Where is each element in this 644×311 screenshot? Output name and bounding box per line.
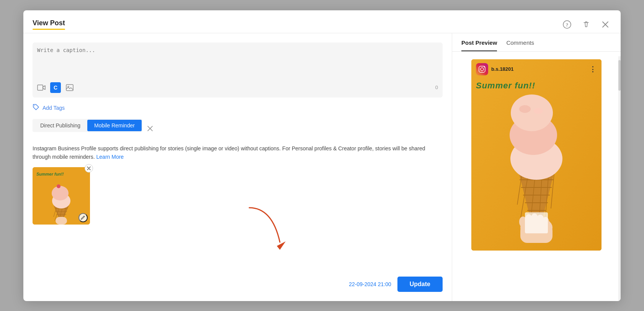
svg-marker-21 — [277, 241, 286, 250]
publishing-close-icon — [147, 125, 153, 132]
svg-point-19 — [57, 184, 60, 188]
preview-title-overlay: Summer fun!! — [476, 81, 535, 91]
publishing-tabs-row: Direct Publishing Mobile Reminder — [33, 119, 443, 138]
modal: View Post ? — [23, 10, 621, 301]
svg-point-18 — [52, 186, 69, 200]
svg-point-25 — [484, 66, 485, 67]
svg-text:Summer fun!!: Summer fun!! — [36, 172, 64, 176]
modal-title-area: View Post — [33, 19, 65, 30]
image-thumbnails: Summer fun!! — [33, 167, 443, 225]
canva-button[interactable]: C — [50, 82, 61, 93]
right-panel: Post Preview Comments — [452, 33, 621, 301]
left-footer: 22-09-2024 21:00 Update — [33, 272, 443, 292]
char-count: 0 — [435, 85, 438, 90]
svg-point-46 — [534, 108, 543, 114]
post-date: 22-09-2024 21:00 — [349, 281, 391, 287]
publishing-close-button[interactable] — [147, 125, 153, 132]
right-panel-scrollbar[interactable] — [618, 56, 621, 301]
modal-overlay: View Post ? — [0, 0, 644, 311]
add-tags-row[interactable]: Add Tags — [33, 104, 443, 112]
add-tags-label[interactable]: Add Tags — [42, 105, 65, 111]
right-panel-tabs: Post Preview Comments — [452, 33, 621, 52]
svg-rect-20 — [56, 217, 67, 225]
modal-title: View Post — [33, 19, 65, 27]
svg-text:?: ? — [566, 22, 569, 28]
left-panel: C 0 — [23, 33, 452, 301]
modal-title-underline — [33, 29, 65, 30]
text-area-content[interactable] — [37, 47, 438, 79]
svg-point-44 — [511, 94, 553, 131]
svg-rect-2 — [38, 85, 43, 90]
remove-icon — [87, 166, 91, 170]
image-icon[interactable] — [65, 84, 74, 91]
svg-point-5 — [34, 105, 35, 106]
instagram-icon — [476, 63, 488, 75]
help-button[interactable]: ? — [561, 18, 573, 31]
video-icon[interactable] — [37, 84, 46, 91]
modal-body: C 0 — [23, 33, 621, 301]
toolbar-icons: C — [37, 82, 74, 93]
learn-more-link[interactable]: Learn More — [96, 154, 124, 160]
text-area-toolbar: C 0 — [37, 82, 438, 93]
modal-header: View Post ? — [23, 10, 621, 33]
preview-avatar — [476, 63, 488, 75]
svg-point-45 — [519, 105, 531, 113]
tab-post-preview[interactable]: Post Preview — [461, 39, 497, 51]
info-text: Instagram Business Profile supports dire… — [33, 144, 443, 161]
help-icon: ? — [563, 20, 571, 29]
svg-rect-22 — [476, 63, 488, 75]
mobile-reminder-tab[interactable]: Mobile Reminder — [87, 120, 142, 131]
preview-more-icon: ⋮ — [589, 65, 597, 73]
right-panel-content: b.s.18201 ⋮ Summer fun!! — [452, 52, 621, 301]
header-actions: ? — [561, 18, 611, 31]
preview-card: b.s.18201 ⋮ Summer fun!! — [471, 59, 602, 251]
post-textarea[interactable] — [37, 47, 438, 78]
thumbnail-remove-button[interactable] — [85, 164, 93, 173]
scrollbar-thumb — [618, 60, 621, 91]
delete-button[interactable] — [580, 18, 592, 31]
close-icon — [602, 21, 609, 28]
svg-point-4 — [68, 86, 69, 87]
svg-rect-3 — [66, 85, 73, 91]
svg-rect-54 — [525, 212, 548, 233]
thumbnail-wrapper: Summer fun!! — [33, 167, 90, 225]
publishing-tabs: Direct Publishing Mobile Reminder — [33, 119, 142, 132]
preview-username: b.s.18201 — [491, 66, 514, 72]
text-area-section: C 0 — [33, 42, 443, 98]
preview-card-header: b.s.18201 ⋮ — [471, 59, 602, 79]
info-main-text: Instagram Business Profile supports dire… — [33, 145, 425, 160]
direct-publishing-tab[interactable]: Direct Publishing — [33, 120, 87, 131]
update-button[interactable]: Update — [397, 277, 443, 292]
close-button[interactable] — [599, 18, 611, 31]
tag-icon — [33, 104, 39, 112]
tab-comments[interactable]: Comments — [506, 39, 534, 51]
delete-icon — [582, 21, 590, 28]
edit-icon — [81, 215, 85, 220]
